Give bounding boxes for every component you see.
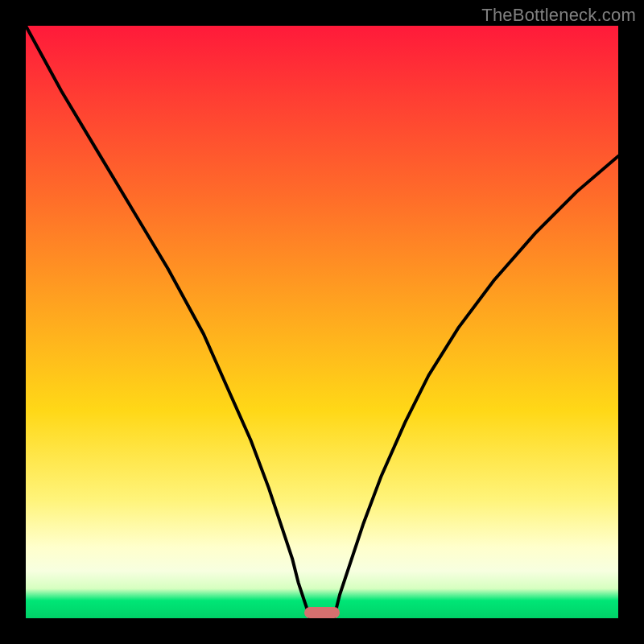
right-curve [334, 156, 618, 618]
plot-area [26, 26, 618, 618]
chart-frame: TheBottleneck.com [0, 0, 644, 644]
watermark-text: TheBottleneck.com [481, 5, 636, 26]
bottleneck-marker [304, 607, 340, 618]
left-curve [26, 26, 310, 618]
curves-layer [26, 26, 618, 618]
